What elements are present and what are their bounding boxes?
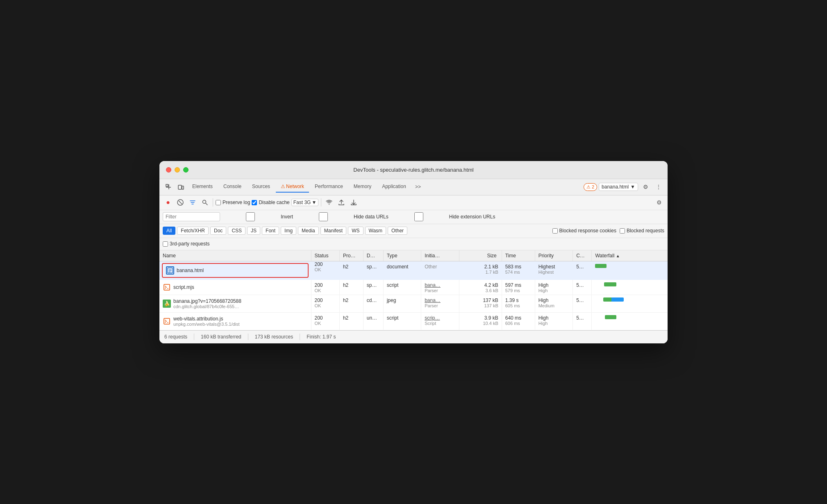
toolbar-divider-2 (321, 198, 321, 207)
tab-elements[interactable]: Elements (187, 181, 218, 193)
tab-application[interactable]: Application (377, 181, 411, 193)
file-icon-js (163, 283, 171, 291)
settings-gear-icon[interactable]: ⚙ (640, 181, 651, 193)
svg-point-7 (203, 200, 206, 204)
transferred-size: 160 kB transferred (201, 334, 241, 340)
filter-media[interactable]: Media (298, 227, 319, 235)
filter-js[interactable]: JS (247, 227, 260, 235)
disable-cache-label[interactable]: Disable cache (252, 200, 289, 205)
third-party-checkbox[interactable] (163, 241, 168, 247)
waterfall-cell (592, 261, 668, 279)
size-cell: 137 kB 137 kB (459, 295, 502, 312)
preserve-log-label[interactable]: Preserve log (216, 200, 250, 205)
col-header-time[interactable]: Time (502, 250, 535, 261)
table-row[interactable]: script.mjs 200 OK h2 sp… (159, 279, 668, 295)
col-header-name[interactable]: Name (159, 250, 311, 261)
upload-button[interactable] (336, 197, 347, 208)
filter-manifest[interactable]: Manifest (320, 227, 346, 235)
blocked-requests-checkbox[interactable] (620, 228, 625, 234)
hide-data-urls-checkbox[interactable] (295, 212, 352, 221)
col-header-initiator[interactable]: Initia… (421, 250, 459, 261)
throttle-selector[interactable]: Fast 3G ▼ (291, 199, 319, 206)
context-selector[interactable]: banana.html ▼ (599, 183, 638, 191)
type-cell: jpeg (383, 295, 421, 312)
wifi-icon[interactable] (324, 197, 334, 208)
throttle-dropdown-icon: ▼ (311, 200, 316, 205)
col-header-domain[interactable]: D… (363, 250, 383, 261)
tab-network[interactable]: ⚠Network (276, 181, 309, 193)
minimize-button[interactable] (175, 167, 180, 173)
top-tab-bar: Elements Console Sources ⚠Network Perfor… (159, 179, 668, 195)
waterfall-cell (592, 312, 668, 330)
svg-rect-4 (182, 186, 184, 189)
search-button[interactable] (200, 197, 210, 208)
waterfall-bar-green (603, 297, 611, 302)
table-row[interactable]: banana.html 200 OK h2 sp… (159, 261, 668, 279)
preserve-log-checkbox[interactable] (216, 200, 221, 205)
hide-data-urls-label[interactable]: Hide data URLs (295, 212, 389, 221)
col-header-status[interactable]: Status (311, 250, 339, 261)
filter-other[interactable]: Other (388, 227, 407, 235)
blocked-cookies-checkbox[interactable] (552, 228, 558, 234)
clear-button[interactable] (175, 197, 186, 208)
download-button[interactable] (348, 197, 359, 208)
filter-css[interactable]: CSS (228, 227, 245, 235)
more-tabs-button[interactable]: >> (412, 182, 424, 192)
filename-script: script.mjs (173, 284, 194, 290)
size-cell: 4.2 kB 3.6 kB (459, 279, 502, 295)
network-table-wrapper: Name Status Pro… D… Type Initia… Size Ti… (159, 250, 668, 330)
hide-extension-urls-checkbox[interactable] (390, 212, 448, 221)
tab-console[interactable]: Console (218, 181, 246, 193)
tab-memory[interactable]: Memory (349, 181, 376, 193)
blocked-cookies-label[interactable]: Blocked response cookies (552, 228, 616, 234)
filter-doc[interactable]: Doc (210, 227, 226, 235)
tab-performance[interactable]: Performance (310, 181, 348, 193)
protocol-cell: h2 (339, 261, 363, 279)
table-row[interactable]: web-vitals.attribution.js unpkg.com/web-… (159, 312, 668, 330)
priority-cell: Highest Highest (535, 261, 573, 279)
filter-ws[interactable]: WS (348, 227, 363, 235)
name-cell-script: script.mjs (159, 279, 311, 295)
table-row[interactable]: 🍌 banana.jpg?v=1705668720588 cdn.glitch.… (159, 295, 668, 312)
tab-sources[interactable]: Sources (247, 181, 275, 193)
col-header-waterfall[interactable]: Waterfall ▲ (592, 250, 668, 261)
network-settings-icon[interactable]: ⚙ (654, 197, 664, 208)
record-button[interactable]: ● (163, 197, 173, 208)
col-header-priority[interactable]: Priority (535, 250, 573, 261)
filter-all[interactable]: All (163, 227, 175, 235)
disable-cache-checkbox[interactable] (252, 200, 257, 205)
waterfall-bar-green (605, 315, 616, 319)
protocol-cell: h2 (339, 279, 363, 295)
col-header-protocol[interactable]: Pro… (339, 250, 363, 261)
pointer-icon[interactable] (163, 181, 174, 193)
close-button[interactable] (166, 167, 171, 173)
col-header-connection[interactable]: C… (573, 250, 592, 261)
hide-extension-urls-label[interactable]: Hide extension URLs (390, 212, 495, 221)
maximize-button[interactable] (183, 167, 189, 173)
filename-banana-html: banana.html (177, 268, 204, 273)
network-table: Name Status Pro… D… Type Initia… Size Ti… (159, 250, 668, 330)
invert-label[interactable]: Invert (222, 212, 293, 221)
initiator-cell: scrip… Script (421, 312, 459, 330)
warning-badge-icon: ⚠ (586, 184, 591, 190)
connection-cell: 5… (573, 295, 592, 312)
filter-toggle-button[interactable] (187, 197, 198, 208)
connection-cell: 5… (573, 279, 592, 295)
titlebar: DevTools - speculative-rules.glitch.me/b… (159, 161, 668, 179)
col-header-size[interactable]: Size (459, 250, 502, 261)
col-header-type[interactable]: Type (383, 250, 421, 261)
device-toggle-icon[interactable] (175, 181, 186, 193)
filename-banana-jpg: banana.jpg?v=1705668720588 (173, 298, 241, 304)
more-options-icon[interactable]: ⋮ (653, 181, 664, 193)
filter-wasm[interactable]: Wasm (365, 227, 386, 235)
filter-fetch-xhr[interactable]: Fetch/XHR (177, 227, 209, 235)
invert-checkbox[interactable] (222, 212, 279, 221)
blocked-requests-label[interactable]: Blocked requests (620, 228, 664, 234)
filter-font[interactable]: Font (262, 227, 279, 235)
status-bar-divider-2 (248, 334, 248, 340)
size-cell: 2.1 kB 1.7 kB (459, 261, 502, 279)
third-party-label[interactable]: 3rd-party requests (163, 241, 209, 247)
filter-input[interactable] (163, 212, 220, 221)
name-cell-web-vitals: web-vitals.attribution.js unpkg.com/web-… (159, 312, 311, 330)
filter-img[interactable]: Img (281, 227, 296, 235)
